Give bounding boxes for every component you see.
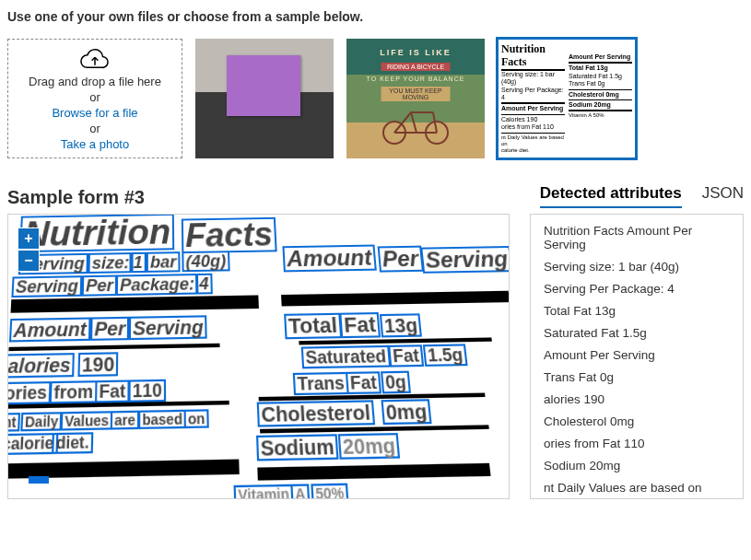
ocr-box: 110 (128, 379, 166, 402)
ocr-box: Daily (20, 412, 63, 431)
file-selection-row: Drag and drop a file here or Browse for … (7, 39, 744, 158)
thumb-label-line: Vitamin A 50% (569, 112, 632, 119)
ocr-box: Fat (339, 312, 381, 338)
browse-file-link[interactable]: Browse for a file (52, 106, 137, 120)
ocr-box: Serving (129, 315, 207, 340)
detected-line: Saturated Fat 1.5g (544, 326, 730, 340)
thumb-label-line: calorie diet. (501, 147, 565, 154)
thumb-label-line: Amount Per Serving (569, 53, 632, 61)
ocr-box: Package: (116, 274, 199, 296)
dropzone[interactable]: Drag and drop a file here or Browse for … (7, 39, 182, 158)
thumb-label-line: Sodium 20mg (569, 101, 632, 109)
ocr-box: size: (88, 252, 133, 274)
detected-line: alories 190 (544, 392, 730, 406)
zoom-in-button[interactable]: + (18, 228, 40, 250)
thumb-label-line: Calories 190 (501, 116, 565, 123)
instruction-text: Use one of your own files or choose from… (7, 9, 744, 24)
ocr-box: Trans (293, 372, 349, 395)
ocr-box: 50% (311, 484, 348, 499)
ocr-box: 20mg (338, 433, 401, 460)
detected-line: ories from Fat 110 (544, 437, 730, 450)
ocr-box: Amount (9, 317, 90, 342)
ocr-box: Per (378, 246, 424, 273)
thumb-label-line: Amount Per Serving (501, 105, 565, 112)
thumb-label-line: Serving Per Package: 4 (501, 87, 565, 102)
thumb-label-line: nt Daily Values are based on (501, 134, 565, 147)
ocr-box: Values (61, 411, 113, 430)
ocr-box: Nutrition (19, 214, 175, 252)
detected-line: Amount Per Serving (544, 348, 730, 362)
thumb-label-line: ories from Fat 110 (501, 123, 565, 131)
ocr-box: Sodium (256, 434, 339, 461)
dropzone-or: or (89, 122, 100, 135)
analyzed-image: Nutrition Facts Serving size: 1 bar (40g… (7, 214, 510, 499)
ocr-box: from (50, 380, 98, 403)
ocr-box: based (138, 410, 186, 429)
ocr-box: Serving (420, 246, 510, 274)
detected-line: nt Daily Values are based on (544, 481, 730, 495)
poster-line: RIDING A BICYCLE (381, 63, 451, 71)
sample-form-title: Sample form #3 (7, 187, 145, 208)
thumb-label-line: Serving size: 1 bar (40g) (501, 71, 565, 87)
ocr-box: (40g) (182, 251, 229, 272)
detected-line: Total Fat 13g (544, 304, 730, 318)
ocr-box: diet. (52, 432, 93, 454)
take-photo-link[interactable]: Take a photo (61, 137, 129, 151)
ocr-box: Serving (11, 275, 82, 298)
ocr-box: nt (7, 413, 20, 432)
sample-thumb-3[interactable]: Nutrition Facts Serving size: 1 bar (40g… (498, 39, 636, 158)
ocr-box: Facts (182, 217, 277, 253)
poster-line: TO KEEP YOUR BALANCE (346, 76, 485, 82)
ocr-box: Per (90, 317, 129, 341)
ocr-box: 0g (381, 371, 411, 394)
ocr-box: Fat (95, 379, 130, 402)
sample-thumb-1[interactable] (195, 39, 334, 158)
detected-line: Trans Fat 0g (544, 370, 730, 384)
ocr-box: Cholesterol (257, 400, 375, 426)
detected-line: Sodium 20mg (544, 459, 730, 472)
dropzone-or: or (89, 90, 100, 104)
detected-line: Nutrition Facts Amount Per Serving (544, 224, 730, 251)
tab-detected-attributes[interactable]: Detected attributes (540, 184, 682, 208)
ocr-box: Fat (388, 344, 424, 367)
bicycle-icon (380, 99, 453, 146)
ocr-box: 1.5g (423, 344, 468, 367)
detected-attributes-panel: Nutrition Facts Amount Per Serving Servi… (530, 214, 744, 499)
result-tabs: Detected attributes JSON (540, 184, 744, 208)
ocr-box: are (111, 411, 139, 430)
zoom-out-button[interactable]: − (18, 250, 40, 272)
ocr-box: Amount (282, 245, 376, 273)
thumb-label-line: Cholesterol 0mg (569, 91, 632, 99)
ocr-box: Vitamin (234, 484, 294, 499)
ocr-box: A (290, 484, 310, 499)
ocr-box: Saturated (301, 345, 392, 369)
image-canvas[interactable]: + − Nutrition Facts Serving size: 1 bar … (7, 214, 510, 499)
ocr-box: on (184, 409, 209, 428)
ocr-box: bar (147, 251, 181, 273)
ocr-box: Total (284, 313, 342, 340)
ocr-box: Per (82, 275, 117, 297)
detected-line: Cholesterol 0mg (544, 414, 730, 428)
sample-thumb-2[interactable]: LIFE IS LIKE RIDING A BICYCLE TO KEEP YO… (346, 39, 485, 158)
ocr-box: 4 (195, 274, 213, 295)
thumb-label-line: Total Fat 13g (569, 64, 632, 72)
detected-line: Serving size: 1 bar (40g) (544, 260, 730, 274)
ocr-box: 13g (380, 313, 423, 337)
ocr-box: 190 (77, 352, 118, 377)
selection-handle[interactable] (29, 476, 49, 484)
thumb-label-title: Nutrition Facts (501, 42, 565, 71)
detected-line: Serving Per Package: 4 (544, 282, 730, 296)
cloud-upload-icon (79, 47, 111, 71)
thumb-label-line: Trans Fat 0g (569, 80, 632, 88)
thumb-label-line: Saturated Fat 1.5g (569, 73, 632, 80)
tab-json[interactable]: JSON (702, 184, 744, 208)
dropzone-line: Drag and drop a file here (29, 75, 161, 88)
poster-line: LIFE IS LIKE (346, 48, 485, 57)
ocr-box: calorie (7, 433, 58, 455)
ocr-box: 1 (129, 252, 146, 273)
ocr-box: alories (7, 353, 75, 378)
ocr-box: Fat (346, 371, 381, 394)
ocr-box: 0mg (381, 399, 431, 425)
ocr-box: ories (7, 381, 52, 404)
